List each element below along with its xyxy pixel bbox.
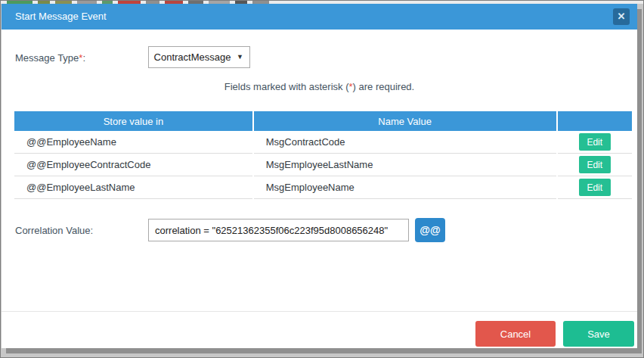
table-row: @@EmployeeName MsgContractCode Edit: [14, 131, 632, 154]
column-header-actions: [558, 111, 633, 131]
variable-picker-button[interactable]: @@: [415, 218, 445, 242]
required-fields-note: Fields marked with asterisk (*) are requ…: [2, 81, 637, 92]
action-cell: Edit: [558, 154, 633, 176]
message-type-colon: :: [82, 52, 85, 64]
edit-button[interactable]: Edit: [579, 156, 611, 173]
action-cell: Edit: [558, 131, 633, 154]
table-header-row: Store value in Name Value: [14, 111, 632, 131]
message-type-select[interactable]: ContractMessage ▼: [148, 46, 250, 68]
screen: Start Message Event ✕ Message Type*: Con…: [0, 0, 644, 358]
store-value-cell: @@EmployeeContractCode: [14, 154, 252, 176]
name-value-cell: MsgContractCode: [254, 131, 556, 154]
correlation-label: Correlation Value:: [15, 225, 93, 236]
correlation-row: Correlation Value: @@: [15, 218, 624, 242]
column-header-name-value: Name Value: [254, 111, 556, 131]
column-header-store-value-in: Store value in: [14, 111, 252, 131]
message-type-label-text: Message Type: [15, 52, 79, 64]
required-note-prefix: Fields marked with asterisk (: [224, 81, 349, 92]
close-icon[interactable]: ✕: [613, 8, 630, 25]
dialog-footer: Cancel Save: [475, 321, 634, 347]
store-value-cell: @@EmployeeLastName: [14, 176, 252, 199]
table-row: @@EmployeeContractCode MsgEmployeeLastNa…: [14, 154, 632, 176]
start-message-event-dialog: Start Message Event ✕ Message Type*: Con…: [2, 4, 637, 348]
save-button[interactable]: Save: [563, 321, 634, 347]
table-row: @@EmployeeLastName MsgEmployeeName Edit: [14, 176, 632, 199]
footer-divider: [2, 311, 637, 312]
message-type-row: Message Type*: ContractMessage ▼: [15, 46, 624, 69]
message-type-selected-value: ContractMessage: [154, 51, 231, 63]
action-cell: Edit: [558, 176, 633, 199]
store-value-cell: @@EmployeeName: [14, 131, 252, 154]
name-value-cell: MsgEmployeeName: [254, 176, 556, 199]
message-type-label: Message Type*:: [15, 52, 85, 64]
required-note-suffix: ) are required.: [353, 81, 415, 92]
cancel-button[interactable]: Cancel: [475, 321, 556, 347]
dialog-header: Start Message Event ✕: [2, 4, 637, 30]
correlation-input[interactable]: [148, 219, 409, 241]
dialog-title: Start Message Event: [2, 4, 637, 30]
name-value-cell: MsgEmployeeLastName: [254, 154, 556, 176]
message-mapping-table: Store value in Name Value @@EmployeeName…: [13, 111, 633, 199]
edit-button[interactable]: Edit: [579, 179, 611, 196]
chevron-down-icon: ▼: [237, 47, 243, 67]
edit-button[interactable]: Edit: [579, 133, 611, 151]
